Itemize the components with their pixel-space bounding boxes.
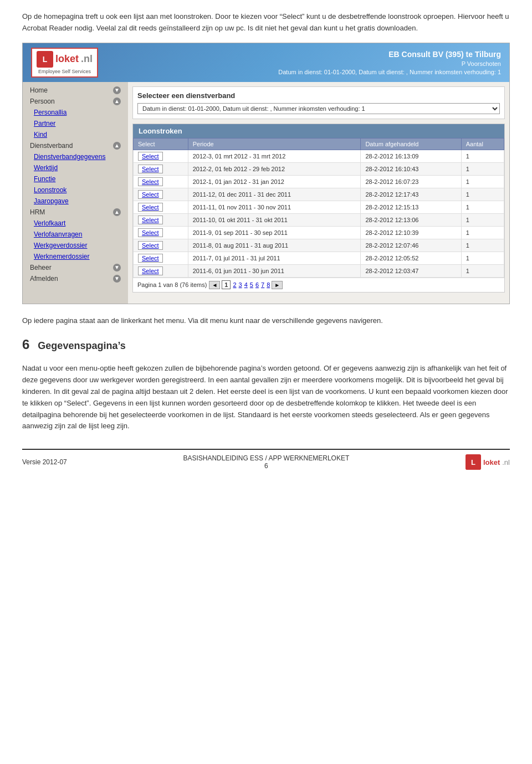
aantal-cell: 1	[461, 150, 504, 162]
app-body: Home ▼ Persoon ▲ Personallia Partner Kin…	[23, 82, 509, 304]
pagination-page-3[interactable]: 3	[239, 281, 242, 288]
datum-cell: 28-2-2012 12:03:47	[361, 264, 461, 277]
table-header-row: Select Periode Datum afgehandeld Aantal	[134, 138, 504, 150]
periode-cell: 2012-2, 01 feb 2012 - 29 feb 2012	[188, 162, 361, 175]
select-cell: Select	[134, 201, 188, 213]
sidebar-item-verlofkaart[interactable]: Verlofkaart	[25, 218, 125, 229]
select-button[interactable]: Select	[138, 190, 163, 199]
select-cell: Select	[134, 175, 188, 188]
header-company: EB Consult BV (395) te Tilburg	[278, 50, 501, 59]
sidebar-item-partner[interactable]: Partner	[25, 118, 125, 129]
select-button[interactable]: Select	[138, 216, 163, 224]
datum-cell: 28-2-2012 12:05:52	[361, 252, 461, 264]
pagination-text: Pagina 1 van 8 (76 items)	[137, 281, 208, 288]
dienstverband-select-row: Datum in dienst: 01-01-2000, Datum uit d…	[137, 103, 500, 114]
datum-cell: 28-2-2012 12:15:13	[361, 201, 461, 213]
section6-number: 6	[22, 337, 29, 352]
pagination-page-1[interactable]: 1	[222, 280, 231, 289]
home-arrow-icon: ▼	[113, 86, 121, 94]
sidebar-item-beheer[interactable]: Beheer ▼	[25, 262, 125, 273]
datum-cell: 28-2-2012 16:07:23	[361, 175, 461, 188]
periode-cell: 2011-8, 01 aug 2011 - 31 aug 2011	[188, 239, 361, 252]
periode-cell: 2011-6, 01 jun 2011 - 30 jun 2011	[188, 264, 361, 277]
footer-logo: L loket.nl	[466, 454, 510, 470]
periode-cell: 2011-10, 01 okt 2011 - 31 okt 2011	[188, 213, 361, 226]
datum-cell: 28-2-2012 16:13:09	[361, 150, 461, 162]
sidebar-item-loonstrook[interactable]: Loonstrook	[25, 184, 125, 196]
dienstverband-section: Selecteer een dienstverband Datum in die…	[132, 86, 505, 119]
col-header-periode[interactable]: Periode	[188, 138, 361, 150]
sidebar-item-dienstverbandgegevens[interactable]: Dienstverbandgegevens	[25, 151, 125, 162]
dienstverband-dropdown[interactable]: Datum in dienst: 01-01-2000, Datum uit d…	[137, 103, 500, 114]
pagination-page-4[interactable]: 4	[244, 281, 248, 288]
intro-paragraph: Op de homepagina treft u ook een lijst a…	[22, 11, 510, 34]
table-row: Select2011-12, 01 dec 2011 - 31 dec 2011…	[134, 188, 504, 201]
sidebar-item-kind[interactable]: Kind	[25, 129, 125, 140]
sidebar-item-werknemerdossier[interactable]: Werknemerdossier	[25, 251, 125, 262]
select-button[interactable]: Select	[138, 203, 163, 212]
table-row: Select2012-3, 01 mrt 2012 - 31 mrt 20122…	[134, 150, 504, 162]
col-header-aantal[interactable]: Aantal	[461, 138, 504, 150]
col-header-datum[interactable]: Datum afgehandeld	[361, 138, 461, 150]
logo-box: L loket.nl Employee Self Services	[31, 48, 98, 78]
select-cell: Select	[134, 162, 188, 175]
pagination-prev[interactable]: ◄	[209, 281, 220, 289]
aantal-cell: 1	[461, 188, 504, 201]
aantal-cell: 1	[461, 201, 504, 213]
sidebar: Home ▼ Persoon ▲ Personallia Partner Kin…	[23, 82, 128, 304]
col-header-select[interactable]: Select	[134, 138, 188, 150]
datum-cell: 28-2-2012 12:10:39	[361, 226, 461, 239]
sidebar-item-verlofaanvragen[interactable]: Verlofaanvragen	[25, 229, 125, 240]
dienstverband-arrow-icon: ▲	[113, 142, 121, 150]
select-button[interactable]: Select	[138, 228, 163, 237]
sidebar-item-werktijd[interactable]: Werktijd	[25, 162, 125, 173]
app-header: L loket.nl Employee Self Services EB Con…	[23, 43, 509, 82]
table-row: Select2011-7, 01 jul 2011 - 31 jul 20112…	[134, 252, 504, 264]
pagination-next[interactable]: ►	[272, 281, 283, 289]
sidebar-item-home[interactable]: Home ▼	[25, 85, 125, 96]
loonstroken-section: Loonstroken Select Periode Datum afgehan…	[132, 124, 505, 293]
pagination-page-5[interactable]: 5	[250, 281, 253, 288]
pagination: Pagina 1 van 8 (76 items) ◄12345678►	[133, 278, 504, 292]
select-cell: Select	[134, 252, 188, 264]
table-row: Select2012-2, 01 feb 2012 - 29 feb 20122…	[134, 162, 504, 175]
aantal-cell: 1	[461, 264, 504, 277]
select-button[interactable]: Select	[138, 177, 163, 186]
beheer-arrow-icon: ▼	[113, 264, 121, 271]
pagination-page-6[interactable]: 6	[255, 281, 259, 288]
periode-cell: 2011-12, 01 dec 2011 - 31 dec 2011	[188, 188, 361, 201]
select-button[interactable]: Select	[138, 241, 163, 250]
select-cell: Select	[134, 150, 188, 162]
footer-version: Versie 2012-07	[22, 458, 67, 466]
pagination-page-7[interactable]: 7	[261, 281, 264, 288]
header-sub: P Voorschoten	[278, 60, 501, 67]
table-row: Select2011-10, 01 okt 2011 - 31 okt 2011…	[134, 213, 504, 226]
pagination-page-2[interactable]: 2	[233, 281, 236, 288]
section6-title: Gegevenspagina’s	[38, 340, 125, 352]
sidebar-item-personallia[interactable]: Personallia	[25, 107, 125, 118]
select-button[interactable]: Select	[138, 266, 163, 275]
sidebar-item-dienstverband[interactable]: Dienstverband ▲	[25, 140, 125, 151]
svg-text:L: L	[43, 55, 48, 64]
persoon-arrow-icon: ▲	[113, 98, 121, 105]
select-cell: Select	[134, 239, 188, 252]
header-info: EB Consult BV (395) te Tilburg P Voorsch…	[278, 50, 501, 75]
sidebar-item-hrm[interactable]: HRM ▲	[25, 207, 125, 218]
select-button[interactable]: Select	[138, 165, 163, 173]
aantal-cell: 1	[461, 226, 504, 239]
sidebar-item-functie[interactable]: Functie	[25, 173, 125, 184]
dienstverband-title: Selecteer een dienstverband	[137, 91, 500, 100]
select-button[interactable]: Select	[138, 254, 163, 263]
main-content: Selecteer een dienstverband Datum in die…	[128, 82, 509, 304]
select-button[interactable]: Select	[138, 152, 163, 161]
sidebar-item-persoon[interactable]: Persoon ▲	[25, 96, 125, 107]
table-row: Select2011-11, 01 nov 2011 - 30 nov 2011…	[134, 201, 504, 213]
aantal-cell: 1	[461, 213, 504, 226]
aantal-cell: 1	[461, 162, 504, 175]
sidebar-item-jaaropgave[interactable]: Jaaropgave	[25, 196, 125, 207]
page-footer: Versie 2012-07 BASISHANDLEIDING ESS / AP…	[22, 449, 510, 470]
pagination-page-8[interactable]: 8	[267, 281, 270, 288]
sidebar-item-afmelden[interactable]: Afmelden ▼	[25, 273, 125, 284]
table-row: Select2012-1, 01 jan 2012 - 31 jan 20122…	[134, 175, 504, 188]
sidebar-item-werkgeverdossier[interactable]: Werkgeverdossier	[25, 240, 125, 251]
